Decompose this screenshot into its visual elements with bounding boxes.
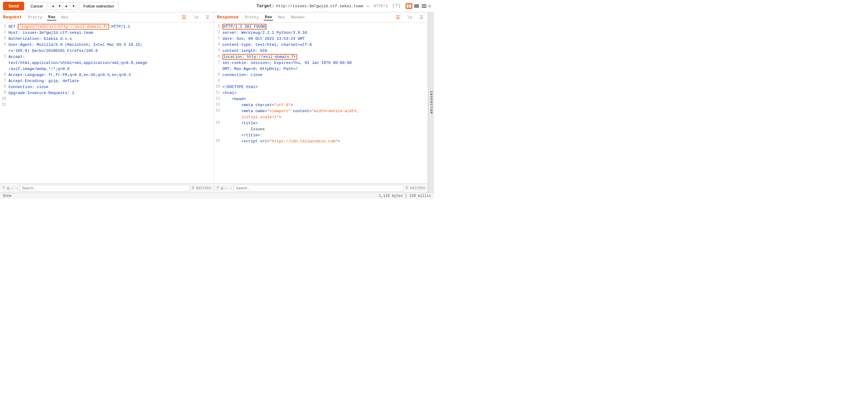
svg-rect-4 [422,6,427,8]
response-tab-hex[interactable]: Hex [277,14,286,20]
table-row: 15 <title> [214,120,428,126]
table-row: 4 content-type: text/html; charset=utf-8 [214,42,428,48]
table-row: Issues [214,126,428,132]
view-combined-icon[interactable] [421,3,427,9]
response-search-input[interactable] [234,185,404,191]
table-row: 6 Accept-Language: fr,fr-FR;q=0.8,en-US;… [0,72,214,78]
table-row: 6 location: http://evil-domain.fr [214,54,428,60]
request-panel: Request Pretty Raw Hex ☰ \n ☰ 1 GET /log… [0,12,214,193]
target-label: Target: [256,4,274,8]
table-row: 1 GET /logout?redirect=http://evil-domai… [0,24,214,30]
response-match-count: 0 matches [406,186,425,190]
request-title: Request [3,15,22,20]
table-row: 4 User-Agent: Mozilla/5.0 (Macintosh; In… [0,42,214,48]
table-row: 13 <meta charset="utf-8"> [214,102,428,108]
table-row: 14 <meta name="viewport" content="width=… [214,108,428,114]
request-tab-pretty[interactable]: Pretty [27,14,43,20]
request-forward-icon[interactable]: → [16,186,18,190]
table-row: 12 <head> [214,96,428,102]
svg-rect-3 [422,4,427,6]
inspector-sidebar[interactable]: INSPECTOR [428,12,434,193]
table-row: 11 <html> [214,90,428,96]
table-row: text/html,application/xhtml+xml,applicat… [0,60,214,66]
edit-icon[interactable]: ✏ [367,3,370,9]
settings-icon[interactable]: ⚙ [428,3,431,9]
response-panel-header: Response Pretty Raw Hex Render ☰ \n ☰ [214,12,428,23]
status-bar: Done 1,128 bytes | 120 millis [0,193,434,199]
table-row: 3 Authorization: blabla d.s.s [0,36,214,42]
request-match-count: 0 matches [192,186,211,190]
help-icon[interactable]: (?) [392,3,401,9]
table-row: 9 Upgrade-Insecure-Requests: 1 [0,90,214,96]
nav-group: ◂ ▾ ▸ ▾ [49,2,77,10]
send-button[interactable]: Send [3,2,24,10]
request-settings-icon[interactable]: ⚙ [7,186,9,191]
table-row: 2 Host: issues-3m7gwj1d.ctf.sekai.team [0,30,214,36]
nav-right-button[interactable]: ▸ [63,2,70,10]
table-row: 8 connection: close [214,72,428,78]
response-format-icon[interactable]: ☰ [395,14,401,21]
request-wrap-icon[interactable]: \n [192,14,199,21]
response-panel: Response Pretty Raw Hex Render ☰ \n ☰ 1 … [214,12,428,193]
request-help-icon[interactable]: ? [2,186,5,190]
request-tabs: Pretty Raw Hex [27,14,70,21]
table-row: 5 content-length: 828 [214,48,428,54]
table-row: 16 <script src="https://cdn.tailwindcss.… [214,139,428,145]
request-panel-header: Request Pretty Raw Hex ☰ \n ☰ [0,12,214,23]
table-row: GMT; Max-Age=0; HttpOnly; Path=/ [214,66,428,72]
table-row: rv:105.0) Gecko/20100101 Firefox/105.0 [0,48,214,54]
svg-rect-1 [409,4,411,8]
table-row: 5 Accept: [0,54,214,60]
svg-rect-0 [407,4,409,8]
nav-right-drop-button[interactable]: ▾ [70,2,77,10]
follow-redirection-button[interactable]: Follow redirection [79,2,119,10]
request-bottom-bar: ? ⚙ ← → 0 matches [0,183,214,193]
request-menu-icon[interactable]: ☰ [204,14,211,21]
view-icons: ⚙ [406,3,431,9]
table-row: /avif,image/webp,*/*;q=0.8 [0,66,214,72]
table-row: 10 <!DOCTYPE html> [214,84,428,90]
response-menu-icon[interactable]: ☰ [418,14,425,21]
nav-left-drop-button[interactable]: ▾ [56,2,63,10]
request-search-input[interactable] [20,185,190,191]
response-settings-icon[interactable]: ⚙ [221,186,223,191]
table-row: 1 HTTP/1.1 302 FOUND [214,24,428,30]
table-row: 3 date: Sun, 09 Oct 2022 13:53:24 GMT [214,36,428,42]
response-tab-raw[interactable]: Raw [264,14,273,21]
nav-left-button[interactable]: ◂ [50,2,56,10]
table-row: 2 server: Werkzeug/2.2.1 Python/3.8.10 [214,30,428,36]
request-tab-hex[interactable]: Hex [60,14,69,20]
highlight-status-line: HTTP/1.1 302 FOUND [222,24,267,30]
view-single-icon[interactable] [413,3,420,9]
table-row: initial-scale=1"> [214,114,428,120]
target-url: http://issues-3m7gwj1d.ctf.sekai.team [276,4,363,8]
status-bytes-info: 1,128 bytes | 120 millis [379,194,431,198]
highlight-location-header: location: http://evil-domain.fr [222,54,297,60]
request-format-icon[interactable]: ☰ [181,14,187,21]
response-tabs: Pretty Raw Hex Render [244,14,306,21]
table-row: 7 Accept-Encoding: gzip, deflate [0,78,214,84]
highlight-redirect-param: /logout?redirect=http://evil-domain.fr [18,24,109,30]
response-forward-icon[interactable]: → [229,186,232,190]
table-row: </title> [214,132,428,139]
view-split-icon[interactable] [406,3,412,9]
response-tab-pretty[interactable]: Pretty [244,14,260,20]
response-wrap-icon[interactable]: \n [406,14,413,21]
cancel-button[interactable]: Cancel [26,2,47,10]
response-help-icon[interactable]: ? [216,186,219,190]
table-row: 11 [0,102,214,108]
svg-rect-2 [414,4,419,8]
response-tab-render[interactable]: Render [290,14,307,20]
table-row: 10 [0,96,214,102]
request-code-area: 1 GET /logout?redirect=http://evil-domai… [0,23,214,183]
request-back-icon[interactable]: ← [11,186,13,190]
http-version: HTTP/1 [374,4,388,8]
table-row: 8 Connection: close [0,84,214,90]
table-row: 7 set-cookie: session=; Expires=Thu, 01 … [214,60,428,66]
table-row: 9 [214,78,428,84]
response-bottom-bar: ? ⚙ ← → 0 matches [214,183,428,193]
response-back-icon[interactable]: ← [225,186,227,190]
panels-main: Request Pretty Raw Hex ☰ \n ☰ 1 GET /log… [0,12,434,193]
request-tab-raw[interactable]: Raw [47,14,56,21]
response-title: Response [217,15,239,20]
